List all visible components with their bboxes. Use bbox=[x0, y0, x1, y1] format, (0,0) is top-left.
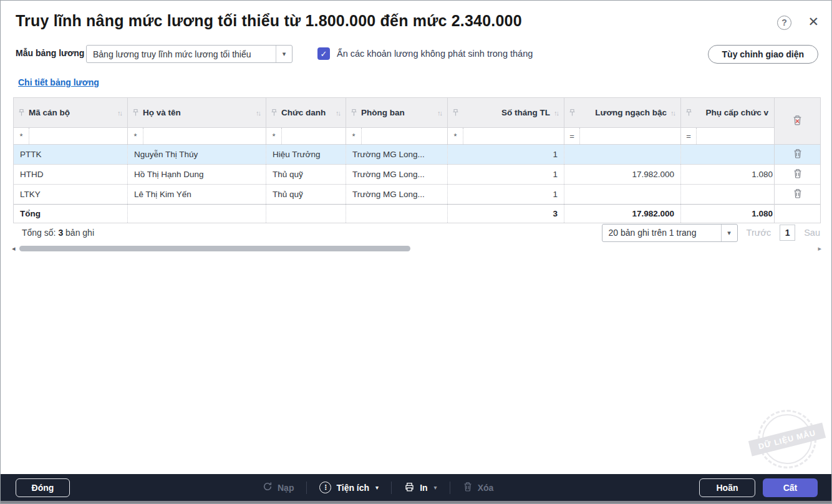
template-select-value: Bảng lương truy lĩnh mức lương tối thiểu bbox=[87, 49, 276, 59]
sort-icon[interactable]: ↑↓ bbox=[437, 109, 443, 117]
chevron-down-icon: ▾ bbox=[375, 484, 379, 491]
utilities-button[interactable]: ⋮ Tiện ích ▾ bbox=[319, 482, 379, 493]
template-select[interactable]: Bảng lương truy lĩnh mức lương tối thiểu… bbox=[86, 45, 293, 63]
sort-icon[interactable]: ↑↓ bbox=[554, 109, 559, 117]
table-row[interactable]: HTHD Hồ Thị Hạnh Dung Thủ quỹ Trường MG … bbox=[14, 165, 821, 185]
filter-input[interactable] bbox=[361, 128, 447, 144]
pin-icon[interactable] bbox=[271, 109, 278, 117]
cell-base-salary bbox=[564, 145, 681, 165]
cell-allowance: 1.080 bbox=[681, 165, 775, 185]
pin-icon[interactable] bbox=[132, 109, 139, 117]
delete-row-icon[interactable] bbox=[793, 148, 803, 159]
filter-input[interactable] bbox=[143, 128, 266, 144]
scroll-left-icon[interactable]: ◂ bbox=[12, 245, 16, 253]
filter-operator[interactable]: = bbox=[564, 132, 579, 141]
print-button[interactable]: In ▾ bbox=[404, 482, 437, 494]
page-size-select[interactable]: 20 bản ghi trên 1 trang ▾ bbox=[602, 224, 738, 242]
column-header-label: Mã cán bộ bbox=[29, 108, 70, 117]
column-header-label: Phụ cấp chức v bbox=[705, 108, 768, 117]
chevron-down-icon[interactable]: ▾ bbox=[276, 46, 292, 62]
total-row: Tổng 3 17.982.000 1.080 bbox=[14, 205, 821, 223]
filter-input[interactable] bbox=[463, 128, 564, 144]
delete-button[interactable]: Xóa bbox=[463, 482, 494, 494]
pin-icon[interactable] bbox=[351, 109, 357, 117]
help-icon[interactable]: ? bbox=[777, 16, 791, 30]
defer-button[interactable]: Hoãn bbox=[699, 478, 755, 497]
total-months: 3 bbox=[448, 205, 564, 223]
salary-detail-link[interactable]: Chi tiết bảng lương bbox=[18, 77, 99, 87]
footer-bar: Đóng Nạp ⋮ Tiện ích ▾ In ▾ Xóa Hoãn Cất bbox=[1, 474, 832, 501]
printer-icon bbox=[404, 482, 415, 494]
cell-code: LTKY bbox=[14, 185, 128, 205]
filter-operator[interactable]: * bbox=[266, 132, 281, 141]
cell-dept: Trường MG Long... bbox=[346, 185, 448, 205]
close-dialog-button[interactable]: Đóng bbox=[16, 478, 70, 497]
filter-input[interactable] bbox=[29, 128, 127, 144]
column-header-label: Chức danh bbox=[281, 108, 326, 117]
page-size-value: 20 bản ghi trên 1 trang bbox=[602, 228, 721, 238]
controls-row: Mẫu bảng lương Bảng lương truy lĩnh mức … bbox=[1, 45, 831, 64]
checkbox-label: Ẩn các khoản lương không phát sinh trong… bbox=[337, 49, 533, 59]
cell-allowance bbox=[681, 145, 775, 165]
save-button[interactable]: Cất bbox=[763, 478, 818, 497]
filter-input[interactable] bbox=[696, 128, 774, 144]
delete-all-icon[interactable] bbox=[792, 115, 803, 126]
cell-code: PTTK bbox=[14, 145, 128, 165]
customize-ui-button[interactable]: Tùy chỉnh giao diện bbox=[708, 45, 818, 64]
scrollbar-thumb[interactable] bbox=[19, 246, 410, 251]
cell-dept: Trường MG Long... bbox=[346, 165, 448, 185]
trash-icon bbox=[463, 482, 473, 494]
table-row[interactable]: LTKY Lê Thị Kim Yến Thủ quỹ Trường MG Lo… bbox=[14, 185, 821, 205]
filter-input[interactable] bbox=[281, 128, 346, 144]
filter-operator[interactable]: * bbox=[14, 132, 29, 141]
prev-page-button[interactable]: Trước bbox=[747, 228, 772, 238]
column-header-label: Phòng ban bbox=[361, 108, 405, 117]
window-bottom-edge bbox=[1, 501, 832, 504]
sort-icon[interactable]: ↑↓ bbox=[256, 109, 261, 117]
sort-icon[interactable]: ↑↓ bbox=[117, 109, 123, 117]
close-icon[interactable]: ✕ bbox=[808, 14, 819, 29]
page-title: Truy lĩnh nâng mức lương tối thiểu từ 1.… bbox=[16, 12, 522, 30]
filter-input[interactable] bbox=[579, 128, 680, 144]
hide-empty-salary-checkbox[interactable]: ✓ Ẩn các khoản lương không phát sinh tro… bbox=[317, 47, 533, 60]
checkbox-checked-icon[interactable]: ✓ bbox=[317, 47, 330, 60]
cell-base-salary bbox=[564, 185, 681, 205]
cell-months: 1 bbox=[448, 145, 564, 165]
pin-icon[interactable] bbox=[569, 109, 576, 117]
delete-row-icon[interactable] bbox=[793, 168, 803, 179]
filter-operator[interactable]: = bbox=[681, 132, 696, 141]
filter-row: * * * * * = = bbox=[14, 128, 821, 145]
next-page-button[interactable]: Sau bbox=[804, 228, 820, 238]
cell-months: 1 bbox=[448, 165, 564, 185]
current-page-input[interactable]: 1 bbox=[780, 225, 795, 241]
pin-icon[interactable] bbox=[452, 109, 459, 117]
divider bbox=[391, 482, 392, 494]
record-count-summary: Tổng số: 3 bản ghi bbox=[22, 228, 94, 238]
pin-icon[interactable] bbox=[18, 109, 25, 117]
filter-operator[interactable]: * bbox=[128, 132, 143, 141]
cell-dept: Trường MG Long... bbox=[346, 145, 448, 165]
total-base-salary: 17.982.000 bbox=[564, 205, 681, 223]
salary-table: Mã cán bộ ↑↓ Họ và tên ↑↓ Chức danh ↑↓ P… bbox=[13, 97, 821, 223]
filter-operator[interactable]: * bbox=[448, 132, 463, 141]
reload-button[interactable]: Nạp bbox=[263, 482, 294, 493]
cell-name: Nguyễn Thị Thúy bbox=[128, 145, 266, 165]
horizontal-scrollbar[interactable]: ◂ ▸ bbox=[1, 244, 832, 253]
footer-primary-actions: Hoãn Cất bbox=[699, 478, 818, 497]
sort-icon[interactable]: ↑↓ bbox=[336, 109, 341, 117]
grid-footer: Tổng số: 3 bản ghi 20 bản ghi trên 1 tra… bbox=[13, 223, 820, 243]
refresh-icon bbox=[263, 482, 273, 493]
sample-data-watermark: DỮ LIỆU MẪU bbox=[758, 410, 816, 468]
sort-icon[interactable]: ↑↓ bbox=[670, 109, 676, 117]
filter-operator[interactable]: * bbox=[346, 132, 361, 141]
column-header-label: Họ và tên bbox=[143, 108, 181, 117]
delete-row-icon[interactable] bbox=[793, 188, 803, 199]
cell-code: HTHD bbox=[14, 165, 128, 185]
cell-base-salary: 17.982.000 bbox=[564, 165, 681, 185]
scroll-right-icon[interactable]: ▸ bbox=[818, 245, 821, 253]
cell-name: Lê Thị Kim Yến bbox=[128, 185, 266, 205]
pin-icon[interactable] bbox=[685, 109, 692, 117]
table-row[interactable]: PTTK Nguyễn Thị Thúy Hiệu Trưởng Trường … bbox=[14, 145, 821, 165]
total-label: Tổng bbox=[14, 205, 128, 223]
chevron-down-icon[interactable]: ▾ bbox=[721, 225, 737, 241]
